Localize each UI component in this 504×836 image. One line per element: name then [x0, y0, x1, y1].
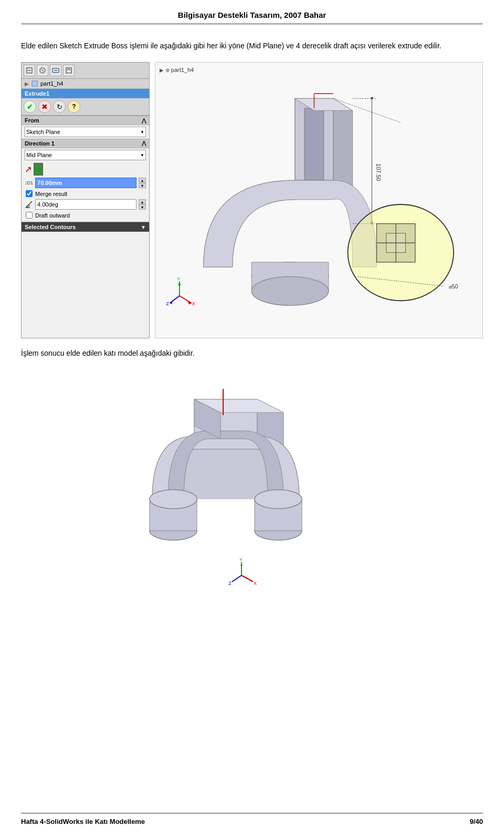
selected-contours-section: Selected Contours ▼ — [22, 222, 149, 232]
direction1-label: Direction 1 — [25, 140, 55, 147]
merge-result-checkbox[interactable] — [26, 190, 33, 197]
sketch-plane-row: Sketch Plane — [22, 125, 149, 139]
3d-model-svg: 107.50 ⌀50 Y — [155, 73, 482, 336]
sketch-plane-select[interactable]: Sketch Plane — [25, 127, 146, 137]
svg-text:Y: Y — [177, 276, 180, 282]
svg-text:X: X — [254, 581, 257, 586]
svg-text:Z: Z — [228, 581, 232, 586]
toolbar-btn-4[interactable] — [63, 65, 75, 76]
dim-up-btn[interactable]: ▲ — [139, 178, 146, 183]
svg-marker-10 — [333, 99, 353, 193]
from-label: From — [25, 117, 39, 123]
dimension-input[interactable] — [35, 178, 136, 188]
dimension-row: ↕D1 ▲ ▼ — [22, 177, 149, 189]
selected-contours-label: Selected Contours — [25, 224, 76, 230]
mid-plane-select[interactable]: Mid Plane — [25, 150, 146, 160]
solidworks-panel: ▶ part1_h4 Extrude1 ✔ ✖ ↻ ? From ⋀ Sketc… — [21, 62, 150, 338]
action-bar: ✔ ✖ ↻ ? — [22, 98, 149, 116]
draft-outward-checkbox[interactable] — [26, 212, 33, 219]
svg-point-48 — [255, 490, 302, 509]
draft-angle-row: ▲ ▼ — [22, 198, 149, 211]
footer-right: 9/40 — [470, 818, 483, 825]
page-header: Bilgisayar Destekli Tasarım, 2007 Bahar — [21, 11, 483, 24]
svg-text:Z: Z — [166, 302, 169, 307]
from-section-header: From ⋀ — [22, 116, 149, 125]
result-model-svg: Y Z X — [121, 368, 383, 589]
ok-button[interactable]: ✔ — [24, 100, 36, 113]
direction1-section-header: Direction 1 ⋀ — [22, 139, 149, 148]
svg-text:107.50: 107.50 — [375, 164, 382, 182]
toolbar-btn-2[interactable] — [37, 65, 48, 76]
help-button[interactable]: ? — [68, 100, 80, 113]
draft-outward-row: Draft outward — [22, 211, 149, 220]
draft-angle-icon — [25, 200, 33, 209]
svg-text:X: X — [192, 302, 195, 307]
3d-view-area: ▶ ⊕ part1_h4 — [155, 62, 483, 338]
view-tree: ▶ ⊕ part1_h4 — [160, 67, 194, 73]
from-chevron[interactable]: ⋀ — [142, 118, 146, 123]
angle-up-btn[interactable]: ▲ — [139, 199, 146, 204]
merge-result-label: Merge result — [35, 191, 67, 197]
svg-text:⌀50: ⌀50 — [449, 284, 458, 290]
svg-point-14 — [251, 277, 329, 306]
merge-result-row: Merge result — [22, 189, 149, 198]
direction-color-block — [34, 163, 43, 176]
direction1-chevron[interactable]: ⋀ — [142, 140, 146, 147]
mid-plane-row: Mid Plane — [22, 148, 149, 162]
svg-rect-7 — [32, 81, 37, 86]
part-icon — [31, 80, 38, 87]
direction-arrow-icon: ↗ — [25, 164, 32, 174]
cancel-button[interactable]: ✖ — [38, 100, 51, 113]
svg-point-45 — [150, 490, 197, 509]
angle-spinners: ▲ ▼ — [139, 199, 146, 210]
extrude-title: Extrude1 — [22, 89, 149, 98]
footer-left: Hafta 4-SolidWorks ile Katı Modelleme — [21, 818, 145, 825]
selected-contours-chevron[interactable]: ▼ — [141, 224, 146, 230]
toolbar — [22, 63, 149, 79]
sketch-plane-select-wrapper: Sketch Plane — [25, 127, 146, 137]
second-text: İşlem sonucu elde edilen katı model aşağ… — [21, 349, 483, 357]
loop-button[interactable]: ↻ — [53, 100, 66, 113]
svg-marker-11 — [304, 108, 324, 180]
view-tree-label: part1_h4 — [171, 67, 194, 73]
mid-plane-select-wrapper: Mid Plane — [25, 150, 146, 160]
tree-label: part1_h4 — [40, 80, 63, 87]
d1-label: ↕D1 — [25, 180, 33, 185]
toolbar-btn-3[interactable] — [50, 65, 61, 76]
header-title: Bilgisayar Destekli Tasarım, 2007 Bahar — [178, 11, 326, 19]
tree-item: ▶ part1_h4 — [22, 79, 149, 89]
angle-down-btn[interactable]: ▼ — [139, 204, 146, 210]
bottom-model-area: Y Z X — [21, 368, 483, 591]
svg-text:Y: Y — [239, 557, 243, 562]
content-area: ▶ part1_h4 Extrude1 ✔ ✖ ↻ ? From ⋀ Sketc… — [21, 62, 483, 338]
page-footer: Hafta 4-SolidWorks ile Katı Modelleme 9/… — [21, 813, 483, 825]
draft-outward-label: Draft outward — [35, 212, 70, 219]
svg-line-3 — [41, 69, 44, 71]
intro-text: Elde edilen Sketch Extrude Boss işlemi i… — [21, 40, 483, 51]
toolbar-btn-1[interactable] — [24, 65, 35, 76]
dim-down-btn[interactable]: ▼ — [139, 183, 146, 188]
draft-angle-input[interactable] — [35, 199, 136, 210]
direction-icon-row: ↗ — [22, 162, 149, 177]
dimension-spinners: ▲ ▼ — [139, 178, 146, 188]
